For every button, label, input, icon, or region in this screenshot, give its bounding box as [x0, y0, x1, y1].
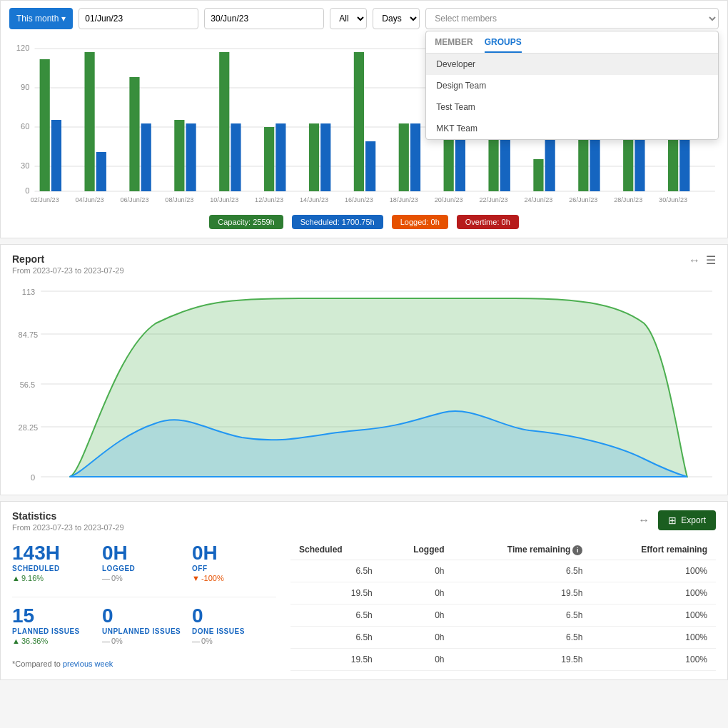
off-value: 0H: [192, 543, 276, 563]
svg-rect-17: [231, 123, 241, 191]
metric-done: 0 DONE ISSUES — 0%: [192, 603, 276, 648]
svg-rect-10: [84, 52, 94, 191]
group-design-team[interactable]: Design Team: [426, 75, 718, 96]
members-dropdown-popup: MEMBER GROUPS Developer Design Team Test…: [425, 31, 719, 140]
metric-scheduled: 143H SCHEDULED ▲ 9.16%: [12, 540, 96, 585]
export-button[interactable]: ⊞ Export: [658, 510, 716, 530]
svg-rect-20: [309, 123, 319, 191]
svg-rect-23: [365, 141, 375, 191]
unplanned-value: 0: [102, 606, 186, 626]
svg-rect-11: [96, 152, 106, 191]
stats-table: Scheduled Logged Time remainingi Effort …: [290, 540, 716, 671]
table-row: 6.5h0h6.5h100%: [290, 560, 716, 582]
svg-text:14/Jun/23: 14/Jun/23: [300, 196, 328, 203]
top-section: This month ▾ All Days Select members MEM…: [0, 0, 728, 238]
logged-value: 0H: [102, 543, 186, 563]
svg-text:0: 0: [31, 473, 35, 482]
report-section: Report From 2023-07-23 to 2023-07-29 ↔ ☰…: [0, 244, 728, 495]
legend-overtime: Overtime: 0h: [457, 215, 519, 229]
svg-rect-22: [354, 52, 364, 191]
previous-week-link[interactable]: previous week: [63, 659, 113, 668]
scheduled-change: ▲ 9.16%: [12, 574, 96, 582]
svg-text:26/Jun/23: 26/Jun/23: [569, 196, 597, 203]
days-select[interactable]: Days: [373, 8, 420, 29]
metrics-row-2: 15 PLANNED ISSUES ▲ 36.36% 0 UNPLANNED I…: [12, 603, 276, 648]
table-row: 6.5h0h6.5h100%: [290, 604, 716, 626]
report-header: Report From 2023-07-23 to 2023-07-29 ↔ ☰: [12, 253, 716, 275]
svg-text:113: 113: [22, 288, 35, 296]
stats-metrics: 143H SCHEDULED ▲ 9.16% 0H LOGGED — 0% 0H…: [12, 540, 290, 671]
bar-scheduled-1: [51, 120, 61, 191]
dropdown-tabs: MEMBER GROUPS: [426, 31, 718, 54]
svg-text:56.5: 56.5: [20, 380, 36, 389]
svg-text:84.75: 84.75: [19, 330, 39, 339]
unplanned-label: UNPLANNED ISSUES: [102, 627, 186, 635]
svg-rect-30: [533, 159, 543, 191]
svg-rect-24: [399, 123, 409, 191]
table-cell: 19.5h: [290, 582, 381, 604]
svg-text:08/Jun/23: 08/Jun/23: [165, 196, 193, 203]
svg-rect-16: [219, 52, 229, 191]
members-dropdown-wrapper: Select members MEMBER GROUPS Developer D…: [425, 8, 719, 29]
stats-actions: ↔ ⊞ Export: [638, 510, 716, 530]
legend-row: Capacity: 2559h Scheduled: 1700.75h Logg…: [9, 215, 719, 229]
svg-text:18/Jun/23: 18/Jun/23: [390, 196, 418, 203]
expand-icon[interactable]: ↔: [689, 254, 700, 267]
menu-icon[interactable]: ☰: [706, 253, 716, 267]
svg-text:60: 60: [21, 122, 29, 131]
date-start-input[interactable]: [79, 8, 198, 29]
table-row: 19.5h0h19.5h100%: [290, 582, 716, 604]
planned-value: 15: [12, 606, 96, 626]
table-cell: 100%: [591, 648, 716, 670]
legend-scheduled: Scheduled: 1700.75h: [292, 215, 383, 229]
info-icon: i: [572, 545, 582, 555]
table-cell: 6.5h: [290, 560, 381, 582]
report-title-block: Report From 2023-07-23 to 2023-07-29: [12, 253, 124, 275]
chevron-down-icon: ▾: [61, 14, 66, 24]
col-effort-remaining: Effort remaining: [591, 540, 716, 560]
svg-text:22/Jun/23: 22/Jun/23: [480, 196, 508, 203]
svg-rect-13: [141, 123, 151, 191]
logged-change: — 0%: [102, 574, 186, 582]
done-value: 0: [192, 606, 276, 626]
svg-text:30/Jun/23: 30/Jun/23: [659, 196, 687, 203]
group-developer[interactable]: Developer: [426, 54, 718, 75]
off-change: ▼ -100%: [192, 574, 276, 582]
svg-text:24/Jun/23: 24/Jun/23: [524, 196, 552, 203]
svg-rect-19: [275, 123, 285, 191]
table-cell: 100%: [591, 582, 716, 604]
scheduled-label: SCHEDULED: [12, 565, 96, 572]
date-end-input[interactable]: [204, 8, 324, 29]
svg-rect-18: [264, 127, 274, 191]
report-title: Report: [12, 253, 124, 265]
group-mkt-team[interactable]: MKT Team: [426, 118, 718, 139]
group-test-team[interactable]: Test Team: [426, 96, 718, 118]
logged-label: LOGGED: [102, 565, 186, 572]
this-month-label: This month: [16, 14, 59, 24]
tab-groups[interactable]: GROUPS: [485, 31, 522, 53]
scheduled-value: 143H: [12, 543, 96, 563]
svg-text:30: 30: [21, 161, 29, 170]
all-select[interactable]: All: [330, 8, 367, 29]
table-cell: 100%: [591, 626, 716, 648]
svg-text:20/Jun/23: 20/Jun/23: [435, 196, 463, 203]
stats-section: Statistics From 2023-07-23 to 2023-07-29…: [0, 501, 728, 680]
svg-text:28.25: 28.25: [19, 423, 39, 432]
this-month-button[interactable]: This month ▾: [9, 8, 73, 29]
svg-text:04/Jun/23: 04/Jun/23: [76, 196, 104, 203]
members-select[interactable]: Select members: [425, 8, 719, 29]
table-row: 19.5h0h19.5h100%: [290, 648, 716, 670]
table-row: 6.5h0h6.5h100%: [290, 626, 716, 648]
dropdown-groups-list: Developer Design Team Test Team MKT Team: [426, 54, 718, 139]
svg-rect-15: [186, 123, 196, 191]
table-cell: 100%: [591, 560, 716, 582]
stats-expand-icon[interactable]: ↔: [638, 514, 649, 527]
svg-text:12/Jun/23: 12/Jun/23: [255, 196, 283, 203]
report-subtitle: From 2023-07-23 to 2023-07-29: [12, 266, 124, 275]
legend-capacity: Capacity: 2559h: [209, 215, 283, 229]
metric-off: 0H OFF ▼ -100%: [192, 540, 276, 585]
tab-member[interactable]: MEMBER: [435, 31, 472, 53]
svg-rect-27: [455, 138, 465, 191]
svg-text:02/Jun/23: 02/Jun/23: [31, 196, 59, 203]
table-cell: 6.5h: [290, 604, 381, 626]
